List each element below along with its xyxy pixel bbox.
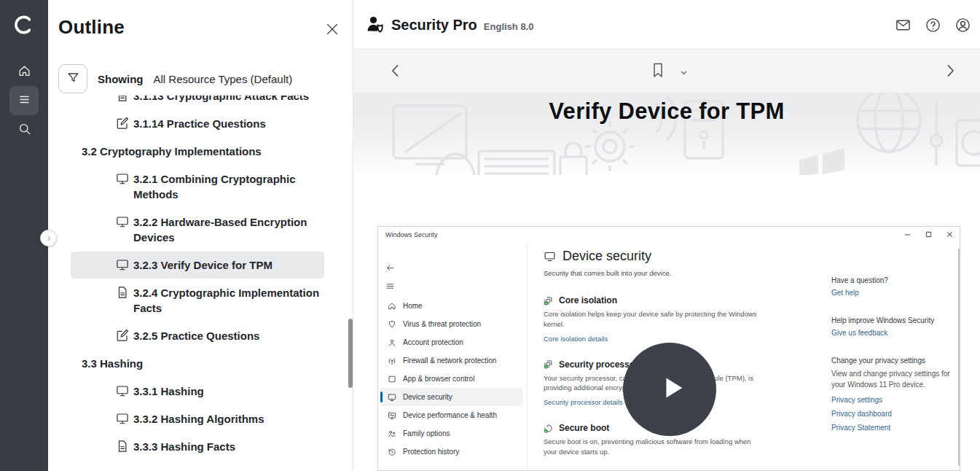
course-brand: Security Pro English 8.0: [366, 15, 533, 34]
shield-icon: [388, 320, 396, 329]
outline-item[interactable]: 3.2.5 Practice Questions: [71, 328, 332, 343]
filter-funnel-icon: [66, 71, 80, 87]
outline-button[interactable]: [9, 86, 39, 115]
chevron-right-icon: [941, 69, 959, 82]
outline-item-label: 3.2.5 Practice Questions: [133, 328, 259, 343]
edit-icon: [116, 117, 129, 130]
ws-page-title: Device security: [562, 249, 651, 264]
maximize-button: [924, 229, 933, 239]
video-play-button[interactable]: [623, 343, 716, 436]
header-actions: [895, 17, 971, 34]
company-logo-icon[interactable]: [12, 13, 36, 36]
outline-item-label: 3.2.1 Combining Cryptographic Methods: [133, 171, 321, 202]
monitor-icon: [116, 384, 129, 397]
outline-item[interactable]: 3.1.14 Practice Questions: [71, 116, 332, 131]
outline-item-label: 3.2.4 Cryptographic Implementation Facts: [133, 285, 321, 316]
outline-item[interactable]: 3.2.3 Verify Device for TPM: [71, 252, 324, 279]
ws-help-link: Get help: [831, 289, 957, 297]
edit-icon: [116, 329, 129, 342]
account-button[interactable]: [954, 17, 971, 34]
outline-scrollbar-thumb[interactable]: [348, 319, 353, 388]
outline-item-label: 3.2 Cryptography Implementations: [82, 145, 262, 157]
next-lesson-button[interactable]: [941, 62, 960, 81]
outline-item-label: 3.3.1 Hashing: [133, 384, 204, 399]
ws-nav-label: Family options: [403, 429, 450, 437]
outline-collapse-button[interactable]: [40, 230, 57, 246]
ws-divider: [527, 243, 528, 471]
ws-scrollbar: [958, 249, 960, 466]
bookmark-dropdown-button[interactable]: [678, 63, 689, 81]
health-icon: [388, 411, 396, 420]
outline-item-label: 3.3.2 Hashing Algorithms: [133, 411, 264, 427]
help-button[interactable]: [925, 17, 941, 34]
menu-icon: [17, 93, 31, 109]
ws-section-title-text: Core isolation: [559, 295, 617, 305]
outline-scroll-area[interactable]: 3.1.13 Cryptographic Attack Facts3.1.14 …: [48, 96, 353, 471]
chevron-left-icon: [387, 69, 404, 82]
ws-nav-item: App & browser control: [378, 370, 527, 388]
messages-button[interactable]: [895, 17, 912, 34]
app-root: Outline Showing All Resource Types (Defa…: [0, 0, 980, 471]
previous-lesson-button[interactable]: [387, 62, 406, 81]
outline-item[interactable]: 3.1.13 Cryptographic Attack Facts: [71, 96, 332, 104]
ws-help-title: Have a question?: [831, 276, 957, 284]
outline-item[interactable]: 3.2.1 Combining Cryptographic Methods: [71, 171, 332, 202]
outline-item[interactable]: 3.3.2 Hashing Algorithms: [71, 411, 332, 427]
ws-help-link: Give us feedback: [831, 329, 957, 337]
document-icon: [116, 440, 129, 453]
bookmark-icon: [649, 70, 667, 82]
close-icon: [324, 27, 340, 39]
ws-window-title: Windows Security: [385, 231, 438, 238]
play-icon: [648, 369, 691, 410]
ws-back-icon: [385, 262, 396, 273]
ws-nav-item: Family options: [378, 424, 527, 443]
lesson-nav-bar: [353, 50, 980, 93]
ws-nav-list: HomeVirus & threat protectionAccount pro…: [378, 297, 527, 461]
outline-item[interactable]: 3.3.1 Hashing: [71, 384, 332, 399]
monitor-icon: [388, 393, 396, 402]
ws-section-title-text: Secure boot: [559, 423, 609, 433]
ws-nav-label: Device performance & health: [403, 411, 497, 419]
person-circle-icon: [954, 23, 971, 36]
search-button[interactable]: [9, 115, 39, 144]
chip-status-icon: [544, 296, 553, 305]
outline-item[interactable]: 3.3.3 Hashing Facts: [71, 439, 332, 454]
ws-menu-icon: [385, 281, 396, 291]
bookmark-button[interactable]: [649, 60, 667, 83]
ws-nav-label: Virus & threat protection: [403, 320, 481, 328]
outline-title: Outline: [58, 16, 125, 39]
app-icon: [388, 375, 396, 384]
home-button[interactable]: [9, 58, 39, 87]
ws-help-link: Privacy Statement: [831, 424, 957, 432]
close-window-button: [945, 229, 954, 239]
ws-page-subtitle: Security that comes built into your devi…: [544, 269, 764, 277]
chevron-down-icon: [678, 68, 689, 80]
lesson-video-player[interactable]: Windows Security HomeVirus & threat prot…: [377, 226, 960, 471]
close-outline-button[interactable]: [324, 21, 340, 37]
outline-item-label: 3.2.3 Verify Device for TPM: [133, 257, 273, 273]
ws-help-title: Help improve Windows Security: [831, 316, 957, 324]
ws-page-heading: Device security: [544, 249, 764, 264]
ws-help-link: Privacy dashboard: [831, 410, 957, 418]
filter-button[interactable]: [58, 64, 87, 93]
outline-item-label: 3.1.13 Cryptographic Attack Facts: [133, 96, 309, 104]
outline-item[interactable]: 3.2.4 Cryptographic Implementation Facts: [71, 285, 332, 316]
outline-item[interactable]: 3.2.2 Hardware-Based Encryption Devices: [71, 214, 332, 245]
outline-section-header[interactable]: 3.3 Hashing: [71, 356, 332, 371]
document-icon: [116, 96, 129, 102]
ws-nav-label: Protection history: [403, 448, 459, 456]
ws-section-body: Secure boot is on, preventing malicious …: [544, 437, 764, 457]
filter-value[interactable]: All Resource Types (Default): [154, 73, 293, 85]
ws-section-link: Core isolation details: [544, 335, 764, 343]
outline-item-label: 3.3 Hashing: [82, 357, 143, 370]
lesson-banner: Verify Device for TPM: [353, 93, 980, 175]
ws-section: Core isolationCore isolation helps keep …: [544, 295, 764, 343]
chevron-right-icon: [45, 232, 52, 245]
ws-help-group: Change your privacy settingsView and cha…: [831, 357, 957, 432]
outline-panel: Outline Showing All Resource Types (Defa…: [48, 0, 353, 471]
ws-nav-label: Account protection: [403, 338, 463, 346]
ws-help-group: Have a question?Get help: [831, 276, 957, 297]
ws-help-title: Change your privacy settings: [831, 357, 957, 365]
outline-section-header[interactable]: 3.2 Cryptography Implementations: [71, 144, 332, 159]
lesson-title: Verify Device for TPM: [353, 98, 980, 125]
